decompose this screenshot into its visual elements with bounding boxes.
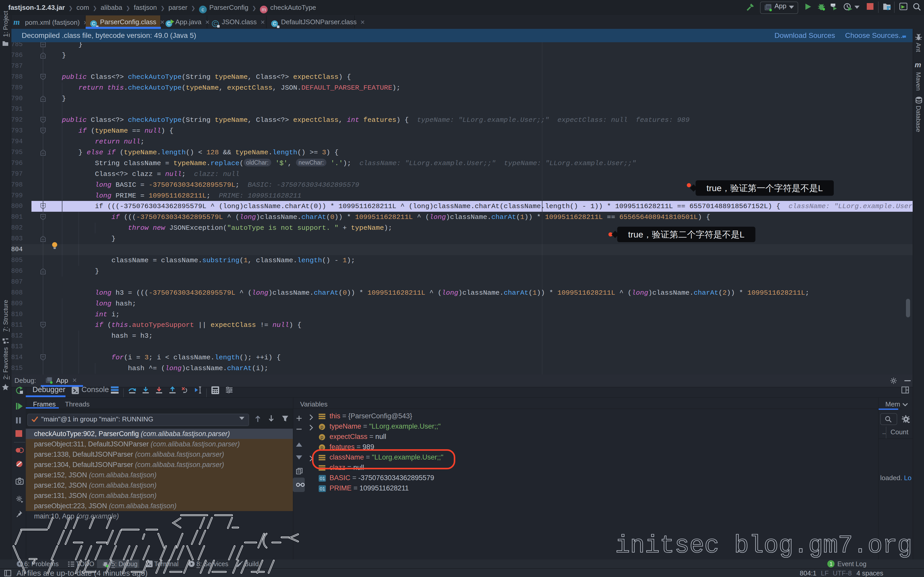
svg-text:01: 01 — [320, 476, 325, 481]
svg-text:p: p — [320, 434, 323, 440]
svg-text:p: p — [320, 424, 323, 430]
svg-text:01: 01 — [320, 486, 325, 492]
svg-text:1: 1 — [830, 561, 832, 567]
